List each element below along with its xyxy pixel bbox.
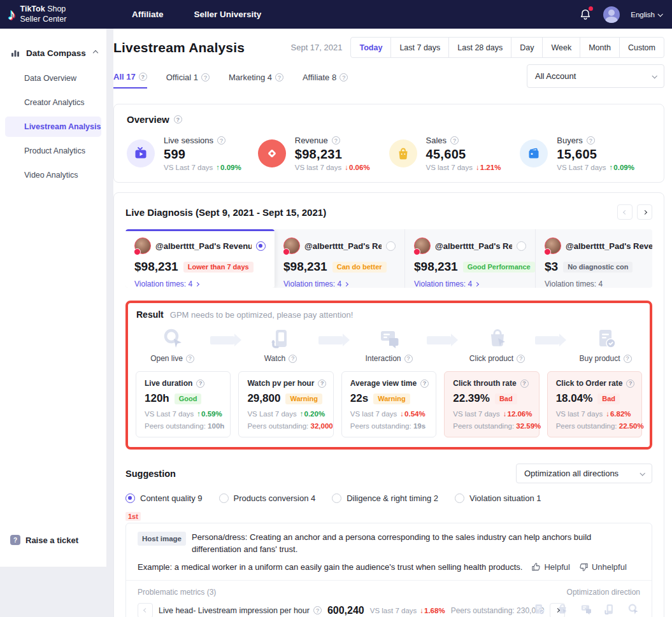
sidebar-item-livestream-analysis[interactable]: Livestream Analysis bbox=[5, 117, 101, 137]
tab-all[interactable]: All 17 bbox=[113, 72, 147, 89]
notification-bell-icon[interactable] bbox=[578, 8, 592, 22]
violation-times-label: Violation times: 4 bbox=[545, 280, 603, 288]
metric-compare-label: VS Last 7 days bbox=[145, 410, 194, 418]
help-icon[interactable] bbox=[420, 379, 429, 388]
funnel-step-label: Watch bbox=[264, 354, 286, 363]
current-date: Sept 17, 2021 bbox=[291, 43, 343, 52]
violation-times-text: Violation times: 4 bbox=[545, 280, 652, 288]
violation-times-label: Violation times: 4 bbox=[283, 280, 341, 288]
account-card-2[interactable]: @albertttt_Pad's Revenue $98,231 Can do … bbox=[275, 229, 405, 288]
range-custom-button[interactable]: Custom bbox=[619, 37, 664, 58]
stat-value: 45,605 bbox=[426, 147, 501, 162]
account-radio[interactable] bbox=[517, 241, 526, 251]
account-revenue: $98,231 bbox=[283, 260, 327, 274]
tab-official[interactable]: Official 1 bbox=[166, 72, 210, 89]
violation-times-link[interactable]: Violation times: 4 bbox=[134, 280, 266, 288]
suggestion-text: Persona/dress: Creating an anchor and a … bbox=[192, 532, 640, 556]
tiktok-shop-logo[interactable]: ♪ TikTok Shop Seller Center bbox=[0, 4, 118, 24]
range-today-button[interactable]: Today bbox=[350, 37, 391, 58]
account-revenue: $98,231 bbox=[134, 260, 178, 274]
account-name: @albertttt_Pad's Revenue bbox=[304, 241, 382, 251]
result-metrics-row: Live duration 120hGood VS Last 7 days0.5… bbox=[128, 371, 650, 437]
helpful-button[interactable]: Helpful bbox=[531, 562, 569, 572]
diagnosis-next-button[interactable] bbox=[637, 204, 652, 220]
help-icon[interactable] bbox=[520, 379, 529, 388]
help-icon[interactable] bbox=[517, 355, 525, 363]
help-icon[interactable] bbox=[275, 73, 283, 82]
help-icon[interactable] bbox=[450, 136, 459, 145]
unhelpful-button[interactable]: Unhelpful bbox=[579, 562, 627, 572]
open-live-icon bbox=[626, 602, 640, 616]
help-icon[interactable] bbox=[332, 136, 340, 145]
sidebar-section-data-compass[interactable]: Data Compass bbox=[0, 29, 106, 64]
help-icon[interactable] bbox=[313, 606, 322, 614]
user-avatar[interactable] bbox=[603, 6, 620, 23]
stat-compare-label: VS last 7 days bbox=[426, 164, 473, 171]
account-card-3[interactable]: @albertttt_Pad's Revenue $98,231 Good Pe… bbox=[405, 229, 536, 288]
sidebar-item-data-overview[interactable]: Data Overview bbox=[5, 68, 101, 89]
account-filter-select[interactable]: All Account bbox=[527, 64, 664, 88]
range-last-28-days-button[interactable]: Last 28 days bbox=[448, 37, 511, 58]
help-icon[interactable] bbox=[587, 136, 595, 145]
divider bbox=[126, 580, 652, 581]
chevron-left-icon bbox=[622, 209, 627, 214]
overview-section: Overview Live sessions 599 VS Last 7 day… bbox=[113, 104, 664, 183]
range-week-button[interactable]: Week bbox=[542, 37, 580, 58]
tab-affiliate[interactable]: Affiliate 8 bbox=[303, 72, 348, 89]
account-card-4[interactable]: @albertttt_Pad's Revenue $3 No diagnosti… bbox=[536, 229, 652, 288]
stat-compare-label: VS Last 7 days bbox=[164, 164, 213, 171]
account-revenue: $98,231 bbox=[414, 260, 458, 274]
stat-label: Buyers bbox=[557, 136, 582, 145]
sidebar-item-video-analytics[interactable]: Video Analytics bbox=[5, 165, 101, 185]
language-selector[interactable]: English bbox=[631, 11, 662, 18]
category-diligence-right-timing[interactable]: Diligence & right timing 2 bbox=[332, 493, 438, 503]
help-icon[interactable] bbox=[201, 73, 210, 82]
tab-affiliate-label: Affiliate 8 bbox=[303, 73, 336, 82]
category-products-conversion[interactable]: Products conversion 4 bbox=[219, 493, 316, 503]
optimization-filter-select[interactable]: Optimization all directions bbox=[516, 464, 652, 483]
raise-a-ticket[interactable]: ? Raise a ticket bbox=[10, 535, 78, 545]
range-month-button[interactable]: Month bbox=[580, 37, 620, 58]
violation-times-link[interactable]: Violation times: 4 bbox=[414, 280, 526, 288]
metric-value: 29,800 bbox=[247, 392, 280, 405]
range-last-7-days-button[interactable]: Last 7 days bbox=[390, 37, 449, 58]
nav-seller-university[interactable]: Seller University bbox=[194, 10, 262, 19]
diagnosis-prev-button[interactable] bbox=[617, 204, 633, 220]
help-icon[interactable] bbox=[626, 379, 634, 388]
account-radio-selected[interactable] bbox=[256, 241, 266, 251]
funnel-step-buy-product: Buy product bbox=[568, 326, 643, 363]
help-icon[interactable] bbox=[139, 73, 147, 81]
help-icon[interactable] bbox=[340, 73, 348, 82]
help-icon[interactable] bbox=[196, 379, 204, 388]
stat-value: 15,605 bbox=[557, 147, 634, 162]
metric-prev-button[interactable] bbox=[138, 603, 153, 617]
account-card-1[interactable]: @albertttt_Pad's Revenue $98,231 Lower t… bbox=[125, 229, 275, 288]
nav-affiliate[interactable]: Affiliate bbox=[132, 10, 164, 19]
category-label: Content quality 9 bbox=[140, 493, 203, 503]
account-radio[interactable] bbox=[386, 241, 396, 251]
range-day-button[interactable]: Day bbox=[511, 37, 543, 58]
suggestion-categories: Content quality 9 Products conversion 4 … bbox=[125, 493, 652, 503]
main-content: Livestream Analysis Sept 17, 2021 Today … bbox=[113, 29, 672, 617]
help-icon[interactable] bbox=[289, 355, 297, 363]
help-icon[interactable] bbox=[174, 115, 182, 124]
help-icon[interactable] bbox=[318, 379, 326, 388]
metric-badge: Warning bbox=[373, 394, 410, 404]
help-icon[interactable] bbox=[624, 355, 632, 363]
tab-marketing[interactable]: Marketing 4 bbox=[229, 72, 283, 89]
sidebar-item-creator-analytics[interactable]: Creator Analytics bbox=[5, 92, 101, 113]
metric-label: Watch pv per hour bbox=[247, 379, 314, 388]
result-subtitle: GPM needs to be optimized, please pay at… bbox=[170, 310, 354, 320]
category-content-quality[interactable]: Content quality 9 bbox=[125, 493, 203, 503]
violation-times-link[interactable]: Violation times: 4 bbox=[283, 280, 396, 288]
radio-selected-icon bbox=[125, 493, 135, 503]
stat-delta: 0.09% bbox=[610, 164, 634, 171]
help-icon[interactable] bbox=[217, 136, 225, 145]
sidebar-item-product-analytics[interactable]: Product Analytics bbox=[5, 141, 101, 161]
category-violation-situation[interactable]: Violation situation 1 bbox=[455, 493, 541, 503]
radio-icon bbox=[455, 493, 464, 503]
help-icon[interactable] bbox=[186, 355, 194, 363]
sidebar: Data Compass Data Overview Creator Analy… bbox=[0, 29, 106, 567]
help-icon[interactable] bbox=[404, 355, 413, 363]
peers-value: 32.59% bbox=[516, 422, 541, 430]
